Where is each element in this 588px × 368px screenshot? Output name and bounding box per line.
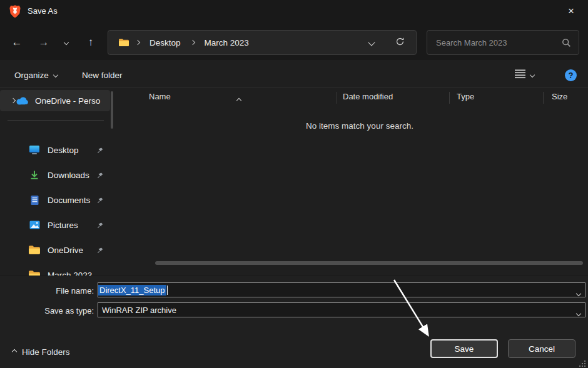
refresh-button[interactable] [392,36,408,49]
desktop-icon [28,145,41,155]
forward-button[interactable]: → [33,32,54,53]
chevron-up-icon [12,349,17,354]
pictures-icon [28,221,41,229]
sidebar-divider [8,120,104,121]
recent-locations-button[interactable] [58,32,74,53]
empty-folder-message: No items match your search. [141,121,579,131]
titlebar: Save As × [0,0,588,22]
horizontal-scrollbar[interactable] [155,261,583,265]
new-folder-button[interactable]: New folder [76,66,128,84]
breadcrumb-march-2023[interactable]: March 2023 [201,36,253,50]
chevron-down-icon [530,72,535,77]
back-button[interactable]: ← [6,32,28,53]
command-bar-divider [0,87,588,88]
file-name-value: DirectX_11_Setup [98,285,166,296]
cancel-button[interactable]: Cancel [508,339,575,358]
file-name-input[interactable]: DirectX_11_Setup [98,282,585,297]
chevron-right-icon [135,40,140,45]
help-button[interactable]: ? [565,69,577,81]
sort-ascending-icon[interactable] [237,95,241,104]
column-separator[interactable] [449,92,450,104]
sidebar-item-label: Pictures [48,221,97,230]
chevron-down-icon[interactable] [577,288,580,297]
organize-label: Organize [14,71,49,80]
column-header-size[interactable]: Size [552,92,567,101]
chevron-down-icon [368,39,375,46]
onedrive-cloud-icon [15,96,29,105]
search-input[interactable] [427,38,562,47]
hide-folders-button[interactable]: Hide Folders [9,344,74,359]
sidebar-item-label: Documents [48,196,97,205]
sidebar-item-pictures[interactable]: Pictures [0,214,110,236]
search-icon[interactable] [562,38,571,47]
pin-icon [97,222,104,229]
expander-chevron-icon[interactable] [11,99,15,102]
search-box [427,30,579,55]
brave-icon [9,4,21,19]
save-as-type-value: WinRAR ZIP archive [98,306,176,315]
column-separator[interactable] [337,92,337,104]
file-name-label: File name: [25,286,94,296]
list-view-icon [515,69,525,81]
save-as-type-label: Save as type: [25,306,94,316]
sidebar-item-documents[interactable]: Documents [0,189,110,211]
save-as-dialog: Save As × ← → ↑ Desktop March 2023 [0,0,588,368]
pin-icon [97,147,104,154]
documents-icon [28,195,41,206]
column-header-type[interactable]: Type [457,92,474,101]
sidebar-item-label: Desktop [48,146,97,155]
sidebar-scrollbar[interactable] [111,91,113,129]
save-button[interactable]: Save [430,339,498,358]
column-header-date-modified[interactable]: Date modified [343,92,393,101]
folder-icon [28,245,41,255]
chevron-down-icon [64,40,69,45]
refresh-icon [395,37,405,48]
breadcrumb-chevron[interactable] [132,40,143,45]
up-button[interactable]: ↑ [80,32,101,53]
pin-icon [97,247,104,254]
downloads-icon [28,170,41,180]
resize-grip[interactable] [579,360,586,368]
hide-folders-label: Hide Folders [22,347,70,357]
breadcrumb-chevron[interactable] [187,40,198,45]
folder-icon [118,38,129,47]
pin-icon [97,197,104,204]
sidebar-item-onedrive-personal[interactable]: OneDrive - Perso [0,90,110,111]
column-header-name[interactable]: Name [149,92,171,101]
breadcrumb-desktop[interactable]: Desktop [146,36,185,50]
close-button[interactable]: × [558,0,584,22]
organize-button[interactable]: Organize [9,66,63,84]
sidebar-item-label: OneDrive [48,246,97,255]
view-options-button[interactable] [509,66,540,84]
text-caret [167,286,168,295]
address-dropdown-button[interactable] [365,39,378,46]
chevron-down-icon [53,72,58,77]
address-bar[interactable]: Desktop March 2023 [108,30,417,55]
chevron-down-icon[interactable] [577,308,580,317]
save-as-type-select[interactable]: WinRAR ZIP archive [98,302,585,317]
sidebar-item-desktop[interactable]: Desktop [0,139,110,161]
new-folder-label: New folder [82,71,123,80]
sidebar-item-downloads[interactable]: Downloads [0,164,110,186]
chevron-right-icon [190,40,195,45]
sidebar-item-label: OneDrive - Perso [35,96,110,106]
sidebar-item-onedrive[interactable]: OneDrive [0,239,110,261]
pin-icon [97,172,104,179]
sidebar-item-label: Downloads [48,171,97,180]
column-separator[interactable] [543,92,544,104]
window-title: Save As [28,0,58,22]
